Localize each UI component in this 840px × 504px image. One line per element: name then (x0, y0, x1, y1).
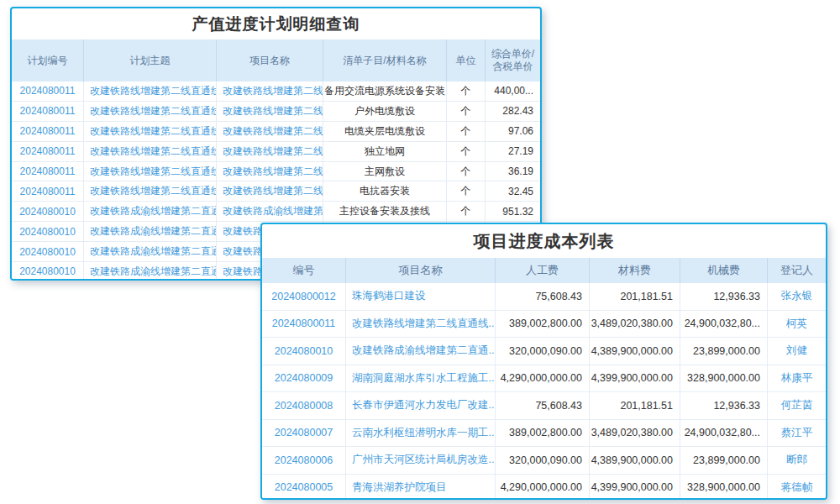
cell-labor-cost: 320,000,090.00 (496, 447, 590, 474)
table-row: 2024080009湖南洞庭湖水库引水工程施工...4,290,000,000.… (262, 365, 826, 393)
cell-project-name-link[interactable]: 改建铁路线增建第二线直通线 (217, 162, 323, 181)
cell-plan-no-link[interactable]: 2024080011 (12, 142, 84, 161)
cell-labor-cost: 320,000,090.00 (496, 338, 590, 365)
cell-no-link[interactable]: 2024080008 (262, 392, 346, 419)
cell-plan-no-link[interactable]: 2024080011 (12, 181, 84, 201)
cell-plan-subject-link[interactable]: 改建铁路线增建第二线直通线 (84, 122, 217, 141)
cell-registrant-link[interactable]: 断郎 (768, 447, 826, 474)
cell-plan-subject-link[interactable]: 改建铁路成渝线增建第二直通 (84, 222, 217, 241)
cell-material-cost: 3,489,020,380.00 (590, 311, 680, 338)
cell-unit-price: 36.19 (486, 162, 540, 181)
panel-title-cost-list: 项目进度成本列表 (262, 224, 826, 258)
table-row: 2024080011改建铁路线增建第二线直通线改建铁路线增建第二线直通线户外电缆… (12, 102, 540, 122)
cell-project-name-link[interactable]: 改建铁路线增建第二线直通线 (217, 122, 323, 141)
cell-plan-no-link[interactable]: 2024080010 (12, 262, 84, 281)
cell-project-name-link[interactable]: 改建铁路线增建第二线直通线 (217, 181, 323, 201)
cell-registrant-link[interactable]: 张永银 (768, 283, 826, 310)
cell-project-name-link[interactable]: 改建铁路线增建第二线直通线 (217, 142, 323, 161)
cell-project-name-link[interactable]: 改建铁路线增建第二线直通线 (217, 81, 323, 101)
table-row: 2024080007云南水利枢纽潜明水库一期工...389,002,800.00… (262, 420, 826, 448)
table-row: 2024080008长春市伊通河水力发电厂改建...75,608.43201,1… (262, 392, 826, 420)
cell-machine-cost: 24,900,032,80... (680, 420, 768, 447)
column-header-plan-no: 计划编号 (12, 39, 84, 81)
cell-project-name-link[interactable]: 广州市天河区统计局机房改造... (346, 447, 496, 474)
cell-material-name: 主控设备安装及接线 (323, 202, 447, 221)
table-row: 20240800011改建铁路线增建第二线直通线...389,002,800.0… (262, 311, 826, 339)
cost-list-table-header: 编号 项目名称 人工费 材料费 机械费 登记人 (262, 258, 826, 283)
cell-unit: 个 (447, 162, 486, 181)
cell-project-name-link[interactable]: 珠海鹤港口建设 (346, 283, 496, 310)
table-row: 2024080010改建铁路成渝线增建第二直通...320,000,090.00… (262, 338, 826, 365)
column-header-machine-cost: 机械费 (680, 258, 768, 283)
cell-plan-no-link[interactable]: 2024080010 (12, 222, 84, 241)
cell-project-name-link[interactable]: 改建铁路线增建第二线直通线 (217, 102, 323, 121)
cell-no-link[interactable]: 2024080006 (262, 447, 346, 474)
cell-plan-subject-link[interactable]: 改建铁路线增建第二线直通线 (84, 181, 217, 201)
cell-project-name-link[interactable]: 云南水利枢纽潜明水库一期工... (346, 420, 496, 447)
cell-project-name-link[interactable]: 长春市伊通河水力发电厂改建... (346, 392, 496, 419)
cell-material-name: 备用交流电源系统设备安装 (323, 81, 447, 101)
cell-unit-price: 282.43 (486, 102, 540, 121)
cell-plan-no-link[interactable]: 2024080010 (12, 202, 84, 221)
cell-no-link[interactable]: 20240800011 (262, 311, 346, 338)
cell-plan-no-link[interactable]: 2024080011 (12, 162, 84, 181)
cell-plan-no-link[interactable]: 2024080011 (12, 102, 84, 121)
column-header-plan-subject: 计划主题 (84, 39, 217, 81)
cell-machine-cost: 12,936.33 (680, 283, 768, 310)
cell-registrant-link[interactable]: 蒋德帧 (768, 475, 826, 501)
cell-project-name-link[interactable]: 湖南洞庭湖水库引水工程施工... (346, 365, 496, 392)
cell-unit-price: 32.45 (486, 181, 540, 201)
cell-unit: 个 (447, 102, 486, 121)
plan-detail-table-header: 计划编号 计划主题 项目名称 清单子目/材料名称 单位 综合单价/含税单价 (12, 39, 540, 81)
cell-project-name-link[interactable]: 改建铁路线增建第二线直通线... (346, 311, 496, 338)
column-header-labor-cost: 人工费 (496, 258, 590, 283)
cell-plan-subject-link[interactable]: 改建铁路线增建第二线直通线 (84, 81, 217, 101)
cell-labor-cost: 4,290,000,000.00 (496, 475, 590, 501)
cell-labor-cost: 75,608.43 (496, 283, 590, 310)
cell-plan-subject-link[interactable]: 改建铁路成渝线增建第二直通 (84, 202, 217, 221)
cell-no-link[interactable]: 2024080010 (262, 338, 346, 365)
cell-no-link[interactable]: 20240800012 (262, 283, 346, 310)
table-row: 2024080006广州市天河区统计局机房改造...320,000,090.00… (262, 447, 826, 475)
cell-material-name: 独立地网 (323, 142, 447, 161)
cell-plan-no-link[interactable]: 2024080010 (12, 242, 84, 261)
cell-plan-subject-link[interactable]: 改建铁路成渝线增建第二直通 (84, 242, 217, 261)
cell-plan-no-link[interactable]: 2024080011 (12, 81, 84, 101)
cell-project-name-link[interactable]: 改建铁路成渝线增建第二直通... (346, 338, 496, 365)
table-row: 2024080005青海洪湖养护院项目4,290,000,000.004,399… (262, 475, 826, 501)
cell-unit-price: 951.32 (486, 202, 540, 221)
cell-material-cost: 201,181.51 (590, 392, 680, 419)
cell-no-link[interactable]: 2024080007 (262, 420, 346, 447)
table-row: 2024080011改建铁路线增建第二线直通线改建铁路线增建第二线直通线电缆夹层… (12, 122, 540, 142)
cost-list-table-body: 20240800012珠海鹤港口建设75,608.43201,181.5112,… (262, 283, 826, 500)
cell-project-name-link[interactable]: 改建铁路成渝线增建第二直通 (217, 202, 323, 221)
cell-machine-cost: 328,900,000.00 (680, 475, 768, 501)
cell-material-name: 电缆夹层电缆敷设 (323, 122, 447, 141)
cell-registrant-link[interactable]: 柯英 (768, 311, 826, 338)
column-header-project-name: 项目名称 (217, 39, 323, 81)
column-header-project-name: 项目名称 (346, 258, 496, 283)
cell-plan-subject-link[interactable]: 改建铁路线增建第二线直通线 (84, 162, 217, 181)
cell-material-cost: 4,389,900,000.00 (590, 447, 680, 474)
cell-registrant-link[interactable]: 刘健 (768, 338, 826, 365)
cell-registrant-link[interactable]: 林康平 (768, 365, 826, 392)
cell-unit-price: 27.19 (486, 142, 540, 161)
cell-no-link[interactable]: 2024080009 (262, 365, 346, 392)
cell-plan-subject-link[interactable]: 改建铁路线增建第二线直通线 (84, 142, 217, 161)
cell-machine-cost: 23,899,000.00 (680, 447, 768, 474)
column-header-unit: 单位 (447, 39, 486, 81)
cell-registrant-link[interactable]: 何芷茵 (768, 392, 826, 419)
cell-no-link[interactable]: 2024080005 (262, 475, 346, 501)
page-canvas: 产值进度计划明细查询 计划编号 计划主题 项目名称 清单子目/材料名称 单位 综… (0, 0, 840, 504)
cell-project-name-link[interactable]: 青海洪湖养护院项目 (346, 475, 496, 501)
cell-registrant-link[interactable]: 蔡江平 (768, 420, 826, 447)
column-header-material-name: 清单子目/材料名称 (323, 39, 447, 81)
cell-material-cost: 3,489,020,380.00 (590, 420, 680, 447)
cell-plan-subject-link[interactable]: 改建铁路线增建第二线直通线 (84, 102, 217, 121)
cell-material-cost: 4,389,900,000.00 (590, 338, 680, 365)
cell-plan-subject-link[interactable]: 改建铁路成渝线增建第二直通 (84, 262, 217, 281)
cell-unit: 个 (447, 142, 486, 161)
cell-unit: 个 (447, 181, 486, 201)
cell-plan-no-link[interactable]: 2024080011 (12, 122, 84, 141)
cell-machine-cost: 12,936.33 (680, 392, 768, 419)
